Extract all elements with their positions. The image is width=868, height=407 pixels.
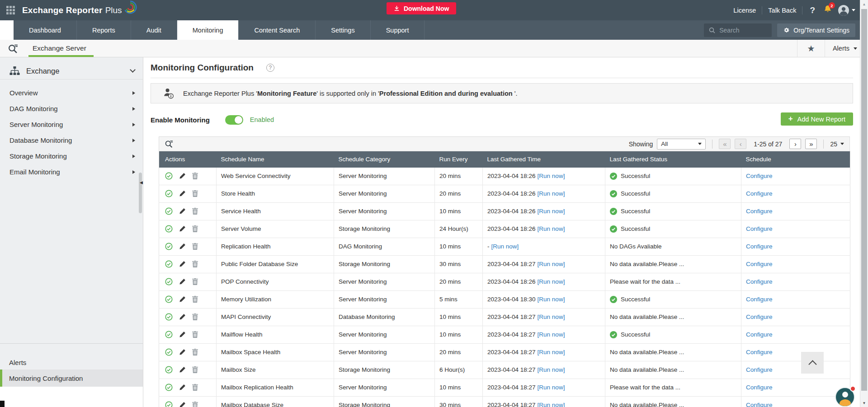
edit-schedule-icon[interactable]	[179, 173, 186, 179]
app-grid-icon[interactable]	[6, 6, 15, 14]
delete-schedule-icon[interactable]	[192, 243, 198, 250]
run-now-link[interactable]: [Run now]	[538, 208, 565, 215]
user-avatar-icon[interactable]	[838, 5, 855, 16]
run-now-link[interactable]: [Run now]	[538, 173, 565, 179]
prev-page-button[interactable]: ‹	[735, 139, 746, 149]
talk-back-link[interactable]: Talk Back	[768, 7, 796, 14]
run-now-link[interactable]: [Run now]	[538, 261, 565, 267]
edit-schedule-icon[interactable]	[179, 296, 186, 303]
run-now-link[interactable]: [Run now]	[538, 225, 565, 232]
configure-link[interactable]: Configure	[746, 173, 773, 179]
nav-tab[interactable]: Support	[371, 20, 425, 40]
filter-search-icon[interactable]	[8, 43, 18, 54]
download-now-button[interactable]: Download Now	[387, 2, 456, 14]
sidebar-item[interactable]: DAG Monitoring	[0, 101, 143, 117]
delete-schedule-icon[interactable]	[192, 261, 198, 267]
enable-monitoring-toggle[interactable]	[225, 115, 243, 125]
configure-link[interactable]: Configure	[746, 384, 773, 391]
configure-link[interactable]: Configure	[746, 331, 773, 338]
delete-schedule-icon[interactable]	[192, 225, 198, 232]
edit-schedule-icon[interactable]	[179, 190, 186, 197]
edit-schedule-icon[interactable]	[179, 208, 186, 215]
last-page-button[interactable]: »	[805, 139, 817, 149]
scrollbar-down-icon[interactable]: ▼	[860, 399, 868, 407]
edit-schedule-icon[interactable]	[179, 402, 186, 407]
sidebar-item[interactable]: Monitoring Configuration	[0, 370, 143, 387]
column-header[interactable]: Run Every	[435, 151, 483, 168]
column-header[interactable]: Actions	[159, 151, 217, 168]
favorite-star-icon[interactable]: ★	[797, 40, 825, 57]
edit-schedule-icon[interactable]	[179, 366, 186, 373]
enable-schedule-icon[interactable]	[165, 384, 173, 391]
delete-schedule-icon[interactable]	[192, 366, 198, 373]
next-page-button[interactable]: ›	[789, 139, 801, 149]
run-now-link[interactable]: [Run now]	[491, 243, 519, 250]
nav-tab[interactable]: Settings	[316, 20, 370, 40]
nav-tab[interactable]: Dashboard	[14, 20, 77, 40]
enable-schedule-icon[interactable]	[165, 401, 173, 407]
notifications-bell-icon[interactable]: 2	[824, 5, 832, 15]
enable-schedule-icon[interactable]	[165, 313, 173, 321]
chat-support-icon[interactable]	[835, 387, 855, 407]
nav-tab[interactable]: Audit	[131, 20, 177, 40]
column-header[interactable]: Last Gathered Status	[605, 151, 741, 168]
sidebar-item[interactable]: Alerts	[0, 355, 143, 370]
enable-schedule-icon[interactable]	[165, 225, 173, 233]
edit-schedule-icon[interactable]	[179, 261, 186, 267]
enable-schedule-icon[interactable]	[165, 190, 173, 197]
delete-schedule-icon[interactable]	[192, 313, 198, 320]
delete-schedule-icon[interactable]	[192, 331, 198, 338]
column-header[interactable]: Schedule Name	[217, 151, 334, 168]
sidebar-item[interactable]: Server Monitoring	[0, 117, 143, 132]
delete-schedule-icon[interactable]	[192, 349, 198, 356]
global-search-input[interactable]: Search	[704, 23, 772, 37]
configure-link[interactable]: Configure	[746, 296, 773, 303]
license-link[interactable]: License	[733, 7, 756, 14]
showing-filter-select[interactable]: All	[657, 139, 706, 150]
sidebar-item[interactable]: Database Monitoring	[0, 132, 143, 148]
enable-schedule-icon[interactable]	[165, 243, 173, 250]
configure-link[interactable]: Configure	[746, 402, 773, 407]
help-icon[interactable]: ?	[808, 5, 816, 15]
delete-schedule-icon[interactable]	[192, 402, 198, 407]
enable-schedule-icon[interactable]	[165, 278, 173, 285]
configure-link[interactable]: Configure	[746, 208, 773, 215]
sidebar-collapse-handle[interactable]: ◀	[140, 180, 143, 185]
configure-link[interactable]: Configure	[746, 366, 773, 373]
run-now-link[interactable]: [Run now]	[538, 331, 565, 338]
configure-link[interactable]: Configure	[746, 190, 773, 197]
delete-schedule-icon[interactable]	[192, 384, 198, 391]
edit-schedule-icon[interactable]	[179, 331, 186, 338]
sidebar-item[interactable]: Email Monitoring	[0, 164, 143, 180]
configure-link[interactable]: Configure	[746, 313, 773, 320]
run-now-link[interactable]: [Run now]	[538, 313, 565, 320]
add-new-report-button[interactable]: + Add New Report	[781, 112, 853, 126]
org-tenant-settings-button[interactable]: Org/Tenant Settings	[777, 23, 855, 37]
configure-link[interactable]: Configure	[746, 225, 773, 232]
configure-link[interactable]: Configure	[746, 278, 773, 285]
run-now-link[interactable]: [Run now]	[538, 190, 565, 197]
alerts-dropdown[interactable]: Alerts	[825, 45, 859, 52]
enable-schedule-icon[interactable]	[165, 207, 173, 215]
configure-link[interactable]: Configure	[746, 243, 773, 250]
enable-schedule-icon[interactable]	[165, 331, 173, 338]
page-size-select[interactable]: 25	[830, 140, 844, 148]
configure-link[interactable]: Configure	[746, 349, 773, 356]
sidebar-section-exchange[interactable]: Exchange	[0, 57, 143, 80]
help-circle-icon[interactable]: ?	[266, 64, 274, 72]
breadcrumb-tab[interactable]: Exchange Server	[31, 40, 88, 57]
edit-schedule-icon[interactable]	[179, 225, 186, 232]
delete-schedule-icon[interactable]	[192, 208, 198, 215]
column-header[interactable]: Last Gathered Time	[483, 151, 605, 168]
delete-schedule-icon[interactable]	[192, 173, 198, 179]
page-scrollbar[interactable]: ▲ ▼	[860, 0, 868, 407]
scroll-to-top-button[interactable]	[801, 352, 824, 374]
scrollbar-thumb[interactable]	[861, 9, 867, 391]
run-now-link[interactable]: [Run now]	[538, 384, 565, 391]
run-now-link[interactable]: [Run now]	[538, 349, 565, 356]
column-header[interactable]: Schedule Category	[334, 151, 435, 168]
delete-schedule-icon[interactable]	[192, 296, 198, 303]
edit-schedule-icon[interactable]	[179, 243, 186, 250]
run-now-link[interactable]: [Run now]	[538, 296, 565, 303]
edit-schedule-icon[interactable]	[179, 349, 186, 356]
